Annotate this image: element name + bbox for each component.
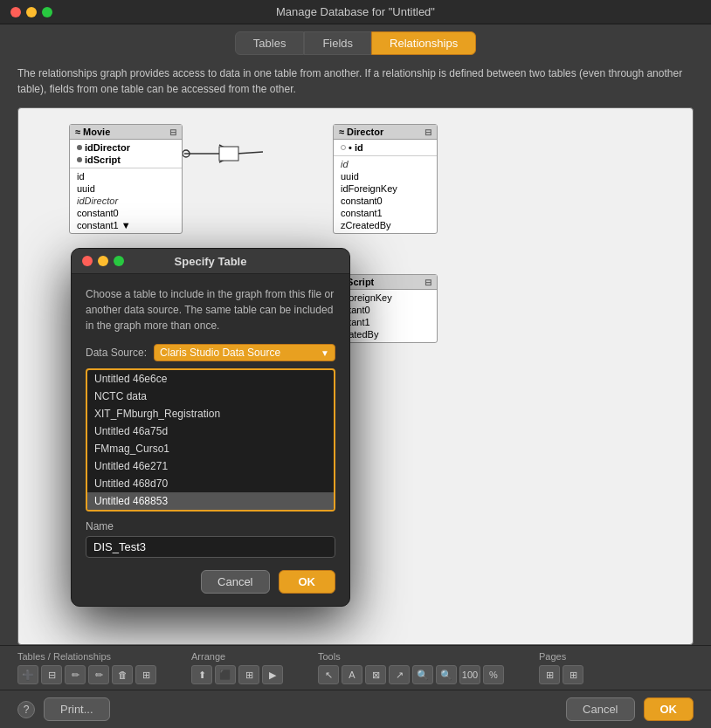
field-dir-c0: constant0 [334,195,437,207]
svg-line-4 [237,152,263,154]
list-item[interactable]: XIT_FMburgh_Registration [87,405,334,422]
dialog-buttons: Cancel OK [86,570,335,594]
list-item[interactable]: FMmag_Curso1 [87,440,334,457]
page-btn-1[interactable]: ⊞ [539,665,560,684]
toolbar-icons-tools: ↖ A ⊠ ↗ 🔍 🔍 100 % [318,665,504,684]
tab-tables[interactable]: Tables [235,31,305,55]
add-table-button[interactable]: ➕ [17,665,38,684]
arrange-btn-4[interactable]: ▶ [262,665,283,684]
field-dir-c1: constant1 [334,207,437,219]
main-action-buttons: Cancel OK [566,697,694,721]
list-item-selected[interactable]: Untitled 468853 [87,492,334,510]
field-dir-id2: id [334,158,437,170]
field-constant0: constant0 [70,207,182,219]
close-button[interactable] [10,7,21,17]
dialog-title: Specify Table [175,255,247,268]
tab-fields[interactable]: Fields [304,31,371,55]
remove-table-button[interactable]: ⊟ [41,665,62,684]
chevron-down-icon: ▼ [321,348,329,358]
field-dot [341,145,346,150]
help-button[interactable]: ? [17,701,35,718]
arrange-btn-2[interactable]: ⬛ [215,665,236,684]
list-item[interactable]: NCTC data [87,388,334,405]
dialog-cancel-button[interactable]: Cancel [201,570,269,594]
toolbar-icons-tables: ➕ ⊟ ✏ ✏ 🗑 ⊞ [17,665,156,684]
field-dir-fk: idForeignKey [334,182,437,195]
text-tool-button[interactable]: A [342,665,362,684]
arrange-btn-3[interactable]: ⊞ [238,665,259,684]
field-dot [77,145,82,150]
dialog-ok-button[interactable]: OK [279,570,336,594]
zoom-out-button[interactable]: 🔍 [412,665,433,684]
table-list[interactable]: Untitled 46e6ce NCTC data XIT_FMburgh_Re… [86,368,335,512]
svg-rect-5 [219,147,238,161]
edit-table-button[interactable]: ✏ [65,665,86,684]
field-dir-uuid: uuid [334,170,437,182]
table-movie-fields: idDirector idScript id uuid idDirector c… [70,140,182,233]
select-tool-button[interactable]: ↖ [318,665,339,684]
field-idScript: idScript [70,154,182,166]
table-director-fields: • id id uuid idForeignKey constant0 cons… [334,140,437,233]
datasource-select[interactable]: Claris Studio Data Source ▼ [154,344,335,361]
dialog-minimize-button[interactable] [98,256,108,266]
table-director[interactable]: ≈ Director ⊟ • id id uuid idForeignKey c… [333,124,438,234]
datasource-row: Data Source: Claris Studio Data Source ▼ [86,344,335,361]
page-btn-2[interactable]: ⊞ [563,665,583,684]
name-label: Name [86,520,335,532]
list-item[interactable]: Untitled 468d70 [87,475,334,492]
field-dir-zcb: zCreatedBy [334,219,437,231]
table-movie[interactable]: ≈ Movie ⊟ idDirector idScript id uuid id… [69,124,183,234]
svg-line-3 [219,154,237,162]
field-idDirector: idDirector [70,141,182,154]
table-movie-title: ≈ Movie [75,127,110,137]
tab-bar: Tables Fields Relationships [0,24,711,55]
minimize-button[interactable] [26,7,37,17]
list-item[interactable]: Untitled 46e271 [87,457,334,475]
dialog-titlebar: Specify Table [72,249,349,274]
toolbar-group-tools: Tools ↖ A ⊠ ↗ 🔍 🔍 100 % [318,651,504,684]
field-dir-id: • id [334,141,437,154]
dialog-body: Choose a table to include in the graph f… [72,274,349,606]
box-tool-button[interactable]: ⊠ [365,665,386,684]
field-idDirector2: idDirector [70,195,182,207]
dialog-maximize-button[interactable] [114,256,124,266]
titlebar: Manage Database for "Untitled" [0,0,711,24]
field-id: id [70,170,182,182]
relationships-canvas: ≈ Movie ⊟ idDirector idScript id uuid id… [17,107,694,645]
delete-button[interactable]: 🗑 [112,665,133,684]
dialog-close-button[interactable] [82,256,93,266]
table-director-header: ≈ Director ⊟ [334,125,437,140]
dialog-description: Choose a table to include in the graph f… [86,286,335,333]
toolbar-label-arrange: Arrange [191,651,283,662]
arrange-btn-1[interactable]: ⬆ [191,665,212,684]
relationships-description: The relationships graph provides access … [0,55,711,107]
list-item[interactable]: Untitled 46e6ce [87,370,334,388]
name-input[interactable] [86,536,335,558]
main-cancel-button[interactable]: Cancel [566,697,634,721]
toolbar-icons-arrange: ⬆ ⬛ ⊞ ▶ [191,665,283,684]
zoom-level: 100 [459,665,480,684]
grid-button[interactable]: ⊞ [135,665,156,684]
toolbar-group-pages: Pages ⊞ ⊞ [539,651,583,684]
main-ok-button[interactable]: OK [644,697,694,721]
list-item[interactable]: Untitled 46a75d [87,422,334,440]
resize-icon: ⊟ [425,127,431,137]
toolbar-group-tables: Tables / Relationships ➕ ⊟ ✏ ✏ 🗑 ⊞ [17,651,156,684]
window-title: Manage Database for "Untitled" [276,5,435,18]
table-movie-header: ≈ Movie ⊟ [70,125,182,140]
arrow-tool-button[interactable]: ↗ [389,665,410,684]
tab-relationships[interactable]: Relationships [371,31,476,55]
zoom-percent: % [483,665,504,684]
field-dot [77,157,82,162]
datasource-value: Claris Studio Data Source [160,347,280,359]
table-director-title: ≈ Director [339,127,383,137]
specify-table-dialog: Specify Table Choose a table to include … [71,248,350,607]
maximize-button[interactable] [42,7,52,17]
zoom-in-button[interactable]: 🔍 [436,665,457,684]
datasource-label: Data Source: [86,347,147,359]
print-button[interactable]: Print... [44,697,110,721]
toolbar-label-tables: Tables / Relationships [17,651,156,662]
edit-rel-button[interactable]: ✏ [88,665,109,684]
action-bar: ? Print... Cancel OK [0,690,711,728]
dialog-window-controls [82,256,124,266]
